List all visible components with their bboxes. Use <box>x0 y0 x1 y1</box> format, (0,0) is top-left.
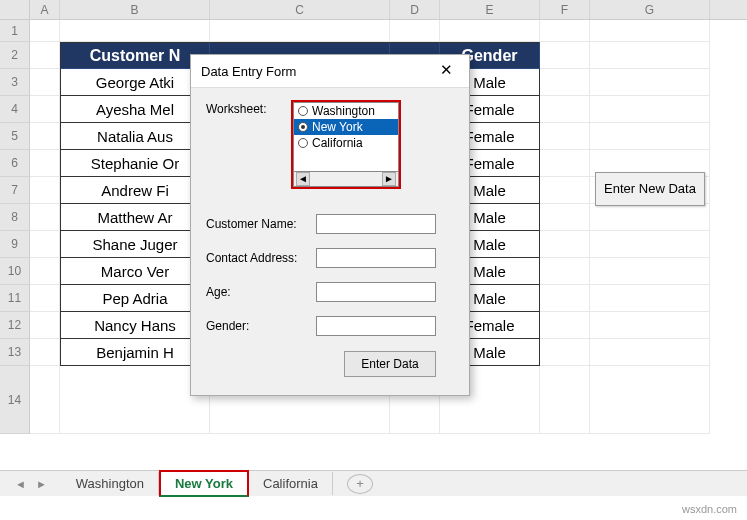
age-input[interactable] <box>316 282 436 302</box>
gender-label: Gender: <box>206 319 306 333</box>
tab-nav-next-icon[interactable]: ► <box>36 478 47 490</box>
tab-new-york[interactable]: New York <box>159 470 249 497</box>
close-icon[interactable]: ✕ <box>433 61 459 81</box>
row-header[interactable]: 12 <box>0 312 30 339</box>
data-entry-form-dialog: Data Entry Form ✕ Worksheet: Washington … <box>190 54 470 396</box>
tab-california[interactable]: California <box>249 472 333 495</box>
customer-name-label: Customer Name: <box>206 217 306 231</box>
row-header[interactable]: 3 <box>0 69 30 96</box>
scroll-right-icon[interactable]: ► <box>382 172 396 186</box>
tab-washington[interactable]: Washington <box>62 472 159 495</box>
header-name: Customer N <box>60 42 210 69</box>
dialog-title: Data Entry Form <box>201 64 296 79</box>
col-c[interactable]: C <box>210 0 390 19</box>
radio-washington[interactable]: Washington <box>294 103 398 119</box>
col-g[interactable]: G <box>590 0 710 19</box>
row-header[interactable]: 8 <box>0 204 30 231</box>
row-header[interactable]: 11 <box>0 285 30 312</box>
cell-name[interactable]: Nancy Hans <box>60 312 210 339</box>
row-header[interactable]: 7 <box>0 177 30 204</box>
column-headers: A B C D E F G <box>0 0 747 20</box>
col-b[interactable]: B <box>60 0 210 19</box>
tab-nav-prev-icon[interactable]: ◄ <box>15 478 26 490</box>
cell-name[interactable]: George Atki <box>60 69 210 96</box>
contact-address-label: Contact Address: <box>206 251 306 265</box>
contact-address-input[interactable] <box>316 248 436 268</box>
cell-name[interactable]: Shane Juger <box>60 231 210 258</box>
radio-icon <box>298 122 308 132</box>
cell-name[interactable]: Matthew Ar <box>60 204 210 231</box>
row-header[interactable]: 6 <box>0 150 30 177</box>
cell-name[interactable]: Andrew Fi <box>60 177 210 204</box>
row-header[interactable]: 9 <box>0 231 30 258</box>
worksheet-listbox[interactable]: Washington New York California ◄ ► <box>291 100 401 189</box>
enter-data-button[interactable]: Enter Data <box>344 351 435 377</box>
cell-name[interactable]: Natalia Aus <box>60 123 210 150</box>
enter-new-data-button[interactable]: Enter New Data <box>595 172 705 206</box>
cell-name[interactable]: Pep Adria <box>60 285 210 312</box>
add-sheet-button[interactable]: + <box>347 474 373 494</box>
row-header[interactable]: 14 <box>0 366 30 434</box>
cell-name[interactable]: Benjamin H <box>60 339 210 366</box>
row-header[interactable]: 13 <box>0 339 30 366</box>
row-header[interactable]: 1 <box>0 20 30 42</box>
scroll-left-icon[interactable]: ◄ <box>296 172 310 186</box>
row-header[interactable]: 2 <box>0 42 30 69</box>
gender-input[interactable] <box>316 316 436 336</box>
cell-name[interactable]: Stephanie Or <box>60 150 210 177</box>
radio-icon <box>298 106 308 116</box>
col-a[interactable]: A <box>30 0 60 19</box>
radio-icon <box>298 138 308 148</box>
row-header[interactable]: 4 <box>0 96 30 123</box>
col-d[interactable]: D <box>390 0 440 19</box>
col-f[interactable]: F <box>540 0 590 19</box>
watermark: wsxdn.com <box>682 503 737 515</box>
age-label: Age: <box>206 285 306 299</box>
cell-name[interactable]: Marco Ver <box>60 258 210 285</box>
row-header[interactable]: 10 <box>0 258 30 285</box>
sheet-tab-bar: ◄ ► Washington New York California + <box>0 470 747 496</box>
worksheet-label: Worksheet: <box>206 100 281 189</box>
radio-new-york[interactable]: New York <box>294 119 398 135</box>
col-e[interactable]: E <box>440 0 540 19</box>
scrollbar-horizontal[interactable]: ◄ ► <box>293 171 399 187</box>
customer-name-input[interactable] <box>316 214 436 234</box>
row-header[interactable]: 5 <box>0 123 30 150</box>
radio-california[interactable]: California <box>294 135 398 151</box>
cell-name[interactable]: Ayesha Mel <box>60 96 210 123</box>
